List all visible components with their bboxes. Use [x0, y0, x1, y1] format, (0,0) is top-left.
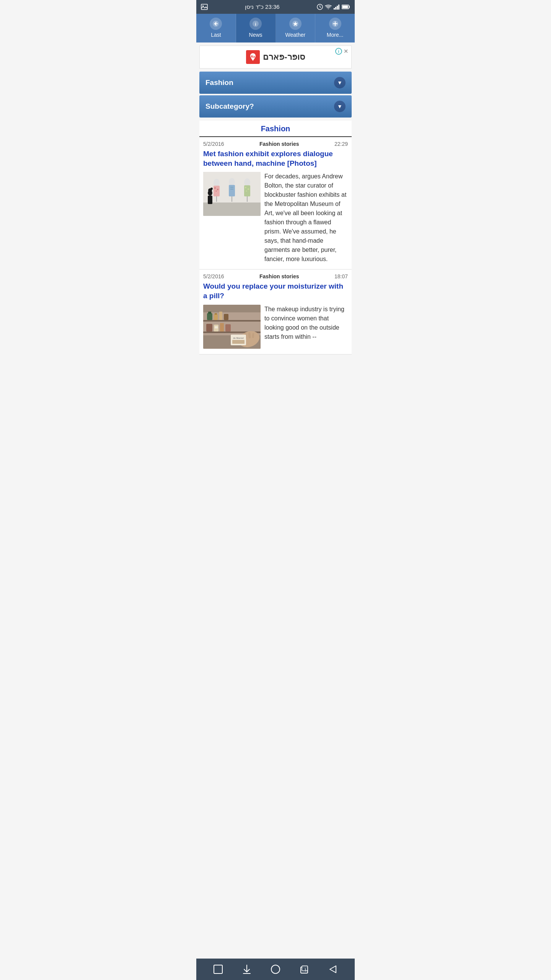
nav-icon-news: i: [249, 18, 262, 30]
svg-rect-57: [225, 324, 231, 332]
svg-point-34: [244, 178, 250, 186]
article-2-thumbnail: de Mamiel: [203, 305, 261, 349]
svg-point-27: [216, 191, 217, 192]
info-icon: i: [252, 20, 259, 27]
svg-rect-30: [229, 185, 235, 196]
svg-text:Rx: Rx: [251, 55, 256, 59]
svg-point-36: [245, 187, 246, 188]
svg-point-23: [214, 179, 220, 186]
ad-close-button[interactable]: ✕: [344, 48, 348, 54]
svg-rect-10: [342, 6, 348, 8]
nav-item-news[interactable]: i News: [236, 14, 276, 42]
category-section: Fashion ▼ Subcategory? ▼: [199, 72, 352, 118]
nav-icon-more: [329, 18, 341, 30]
battery-icon: [342, 5, 350, 9]
svg-rect-22: [203, 203, 261, 216]
subcategory-label: Subcategory?: [205, 102, 254, 111]
makeup-products-image: de Mamiel: [203, 305, 261, 349]
ad-controls: i ✕: [335, 48, 348, 55]
nav-item-more[interactable]: More...: [315, 14, 355, 42]
article-1-time: 22:29: [334, 141, 348, 147]
svg-rect-54: [206, 324, 212, 332]
svg-rect-6: [335, 7, 336, 10]
article-2-time: 18:07: [334, 273, 348, 279]
nav-bar: Last i News Weather More...: [196, 14, 355, 42]
svg-rect-7: [337, 6, 338, 10]
status-bar-left: [201, 3, 208, 10]
article-1-body: For decades, argues Andrew Bolton, the s…: [203, 172, 348, 264]
nav-icon-last: [210, 18, 222, 30]
svg-text:i: i: [255, 22, 256, 26]
svg-rect-51: [215, 313, 217, 315]
svg-rect-0: [201, 4, 207, 10]
article-1-meta: 5/2/2016 Fashion stories 22:29: [203, 141, 348, 147]
fashion-chevron-icon: ▼: [334, 77, 346, 88]
article-2-title[interactable]: Would you replace your moisturizer with …: [203, 282, 348, 301]
content-section: Fashion 5/2/2016 Fashion stories 22:29 M…: [199, 121, 352, 354]
nav-item-weather[interactable]: Weather: [276, 14, 316, 42]
article-2-text: The makeup industry is trying to convinc…: [264, 305, 348, 349]
image-icon: [201, 3, 208, 10]
back-arrow-icon: [212, 20, 219, 27]
star-icon: [292, 20, 299, 27]
svg-line-4: [320, 7, 321, 8]
status-bar-time: 23:36 כ"ד ניסן: [245, 3, 279, 10]
svg-rect-49: [208, 312, 211, 314]
svg-rect-53: [224, 314, 228, 320]
article-1-date: 5/2/2016: [203, 141, 224, 147]
status-bar: 23:36 כ"ד ניסן: [196, 0, 355, 14]
article-1: 5/2/2016 Fashion stories 22:29 Met fashi…: [199, 137, 352, 270]
ad-logo-text: סופר-פארם: [263, 52, 305, 62]
nav-icon-weather: [289, 18, 302, 30]
svg-rect-41: [208, 196, 212, 204]
article-2-category: Fashion stories: [259, 273, 299, 279]
ad-info-button[interactable]: i: [335, 48, 342, 55]
svg-rect-46: [203, 320, 261, 322]
category-dropdown-subcategory[interactable]: Subcategory? ▼: [199, 95, 352, 118]
nav-item-last[interactable]: Last: [196, 14, 236, 42]
svg-point-37: [248, 188, 249, 190]
nav-label-more: More...: [327, 32, 344, 38]
article-2-meta: 5/2/2016 Fashion stories 18:07: [203, 273, 348, 279]
svg-rect-35: [244, 185, 250, 196]
nav-label-last: Last: [211, 32, 221, 38]
plus-icon: [332, 20, 339, 27]
article-1-title[interactable]: Met fashion exhibit explores dialogue be…: [203, 149, 348, 168]
svg-rect-50: [214, 314, 218, 320]
wifi-icon: [325, 4, 332, 10]
svg-point-29: [229, 178, 235, 186]
svg-point-38: [246, 191, 247, 192]
article-2-date: 5/2/2016: [203, 273, 224, 279]
signal-icon: [334, 4, 340, 10]
clock-icon: [317, 4, 323, 10]
svg-rect-5: [334, 8, 335, 10]
svg-point-26: [217, 189, 218, 190]
svg-text:de Mamiel: de Mamiel: [233, 337, 244, 339]
svg-rect-58: [215, 326, 218, 328]
svg-rect-48: [207, 313, 212, 320]
svg-rect-52: [219, 312, 222, 320]
ad-logo-icon: Rx: [246, 50, 260, 64]
status-bar-right: [317, 4, 350, 10]
article-2-body: de Mamiel The makeup industry is trying …: [203, 305, 348, 349]
svg-rect-56: [220, 323, 224, 332]
nav-label-weather: Weather: [285, 32, 306, 38]
svg-point-25: [214, 187, 216, 189]
svg-rect-66: [232, 340, 245, 344]
svg-rect-8: [338, 5, 339, 10]
content-header: Fashion: [199, 121, 352, 137]
article-1-thumbnail: [203, 172, 261, 216]
category-label: Fashion: [205, 78, 233, 87]
article-1-text: For decades, argues Andrew Bolton, the s…: [264, 172, 348, 264]
svg-point-43: [210, 188, 213, 190]
article-2: 5/2/2016 Fashion stories 18:07 Would you…: [199, 270, 352, 354]
fashion-exhibit-image: [203, 172, 261, 216]
category-dropdown-fashion[interactable]: Fashion ▼: [199, 72, 352, 94]
article-1-category: Fashion stories: [259, 141, 299, 147]
nav-label-news: News: [249, 32, 262, 38]
ad-banner: i ✕ Rx סופר-פארם: [199, 46, 352, 69]
subcategory-chevron-icon: ▼: [334, 101, 346, 112]
